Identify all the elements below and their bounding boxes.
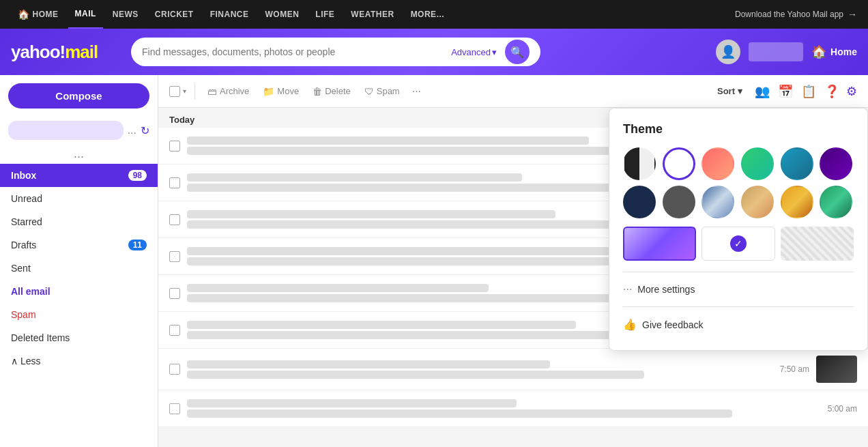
nav-weather[interactable]: WEATHER bbox=[344, 0, 401, 29]
sidebar-more-button[interactable]: ... bbox=[0, 144, 158, 164]
delete-button[interactable]: 🗑 Delete bbox=[308, 83, 355, 100]
advanced-search-button[interactable]: Advanced ▾ bbox=[451, 47, 497, 57]
email-sender bbox=[187, 399, 517, 407]
avatar[interactable]: 👤 bbox=[716, 40, 740, 64]
email-checkbox[interactable] bbox=[169, 403, 180, 414]
feedback-icon: 👍 bbox=[623, 318, 637, 331]
sort-dropdown-icon: ▾ bbox=[738, 86, 742, 96]
home-button-label: Home bbox=[830, 46, 857, 57]
list-icon[interactable]: 📋 bbox=[800, 83, 818, 100]
account-options-button[interactable]: ... bbox=[128, 124, 136, 136]
theme-option-dark-purple[interactable] bbox=[820, 147, 852, 180]
email-checkbox[interactable] bbox=[169, 325, 180, 336]
sidebar-item-deleted[interactable]: Deleted Items bbox=[0, 326, 158, 349]
nav-life[interactable]: LIFE bbox=[308, 0, 341, 29]
sidebar-item-starred[interactable]: Starred bbox=[0, 210, 158, 233]
email-row[interactable]: 7:50 am bbox=[158, 349, 868, 390]
sidebar-item-drafts[interactable]: Drafts 11 bbox=[0, 233, 158, 257]
sidebar-drafts-label: Drafts bbox=[11, 240, 36, 250]
email-checkbox[interactable] bbox=[169, 364, 180, 375]
compose-button[interactable]: Compose bbox=[8, 83, 149, 109]
chevron-down-icon: ▾ bbox=[492, 47, 497, 57]
theme-option-green[interactable] bbox=[741, 147, 774, 180]
theme-option-coral[interactable] bbox=[701, 147, 734, 180]
sidebar-starred-label: Starred bbox=[11, 216, 42, 227]
email-subject bbox=[187, 371, 644, 379]
email-checkbox[interactable] bbox=[169, 288, 180, 299]
theme-option-landscape4[interactable] bbox=[820, 186, 852, 218]
nav-women[interactable]: WOMEN bbox=[259, 0, 306, 29]
nav-cricket-label: CRICKET bbox=[155, 10, 194, 19]
search-input[interactable] bbox=[142, 46, 446, 57]
sidebar-item-inbox[interactable]: Inbox 98 bbox=[0, 164, 158, 187]
settings-icon[interactable]: ⚙ bbox=[846, 84, 857, 99]
email-checkbox[interactable] bbox=[169, 177, 180, 188]
email-thumbnail bbox=[816, 356, 857, 383]
move-button[interactable]: 📁 Move bbox=[259, 83, 303, 100]
nav-news[interactable]: NEWS bbox=[106, 0, 145, 29]
theme-option-half-dark[interactable] bbox=[623, 147, 656, 180]
nav-finance[interactable]: FINANCE bbox=[203, 0, 256, 29]
sidebar-account: ... ↻ bbox=[0, 117, 158, 144]
search-submit-button[interactable]: 🔍 bbox=[505, 40, 530, 64]
drafts-count-badge: 11 bbox=[128, 240, 147, 250]
email-row[interactable]: 5:00 am bbox=[158, 390, 868, 427]
theme-layout-white[interactable]: ✓ bbox=[701, 227, 775, 261]
email-checkbox[interactable] bbox=[169, 214, 180, 225]
sidebar-item-allemail[interactable]: All email bbox=[0, 280, 158, 303]
nav-more[interactable]: MORE... bbox=[404, 0, 452, 29]
email-sender bbox=[187, 136, 589, 145]
divider bbox=[623, 306, 854, 307]
sidebar-item-unread[interactable]: Unread bbox=[0, 187, 158, 210]
sidebar-sent-label: Sent bbox=[11, 263, 31, 274]
theme-option-teal[interactable] bbox=[781, 147, 813, 180]
nav-home[interactable]: 🏠 HOME bbox=[11, 0, 66, 29]
theme-option-landscape3[interactable] bbox=[781, 186, 813, 218]
delete-label: Delete bbox=[325, 86, 351, 96]
archive-icon: 🗃 bbox=[207, 86, 217, 97]
sidebar-item-spam[interactable]: Spam bbox=[0, 303, 158, 326]
more-settings-button[interactable]: ··· More settings bbox=[623, 278, 854, 301]
nav-mail[interactable]: MAIL bbox=[68, 0, 103, 29]
nav-life-label: LIFE bbox=[315, 10, 334, 19]
help-icon[interactable]: ❓ bbox=[823, 83, 841, 100]
account-email[interactable] bbox=[8, 121, 124, 140]
sidebar-item-sent[interactable]: Sent bbox=[0, 257, 158, 280]
toolbar-separator bbox=[194, 83, 195, 100]
give-feedback-button[interactable]: 👍 Give feedback bbox=[623, 313, 854, 336]
sidebar: Compose ... ↻ ... Inbox 98 Unread Starre… bbox=[0, 75, 158, 447]
theme-grid bbox=[623, 147, 854, 218]
contacts-icon[interactable]: 👥 bbox=[753, 83, 771, 100]
theme-layout-light-gray[interactable] bbox=[781, 227, 854, 261]
email-content bbox=[187, 358, 773, 381]
email-sender bbox=[187, 360, 550, 369]
sidebar-item-less[interactable]: ∧ Less bbox=[0, 349, 158, 373]
nav-finance-label: FINANCE bbox=[210, 10, 249, 19]
nav-cricket[interactable]: CRICKET bbox=[148, 0, 201, 29]
email-checkbox[interactable] bbox=[169, 141, 180, 152]
theme-option-landscape2[interactable] bbox=[741, 186, 774, 218]
theme-option-gray[interactable] bbox=[663, 186, 695, 218]
archive-button[interactable]: 🗃 Archive bbox=[203, 83, 253, 100]
theme-option-navy[interactable] bbox=[623, 186, 656, 218]
refresh-button[interactable]: ↻ bbox=[141, 124, 149, 137]
theme-layout-gradient[interactable] bbox=[623, 227, 696, 261]
email-checkbox[interactable] bbox=[169, 251, 180, 262]
divider bbox=[623, 272, 854, 272]
sort-button[interactable]: Sort ▾ bbox=[717, 86, 742, 96]
theme-option-purple[interactable] bbox=[663, 147, 695, 180]
theme-option-landscape1[interactable] bbox=[701, 186, 734, 218]
home-button[interactable]: 🏠 Home bbox=[811, 44, 857, 59]
nav-weather-label: WEATHER bbox=[351, 10, 394, 19]
calendar-icon[interactable]: 📅 bbox=[777, 83, 794, 100]
select-dropdown-caret[interactable]: ▾ bbox=[183, 87, 186, 95]
select-all-checkbox[interactable] bbox=[169, 86, 180, 97]
more-actions-button[interactable]: ··· bbox=[412, 85, 421, 98]
download-arrow-icon: → bbox=[848, 9, 857, 20]
header-right: 👤 🏠 Home bbox=[716, 40, 857, 64]
email-sender bbox=[187, 173, 522, 182]
spam-button[interactable]: 🛡 Spam bbox=[360, 83, 404, 100]
download-link[interactable]: Download the Yahoo Mail app bbox=[735, 10, 843, 19]
nav-home-label: HOME bbox=[33, 10, 59, 19]
move-label: Move bbox=[277, 86, 299, 96]
